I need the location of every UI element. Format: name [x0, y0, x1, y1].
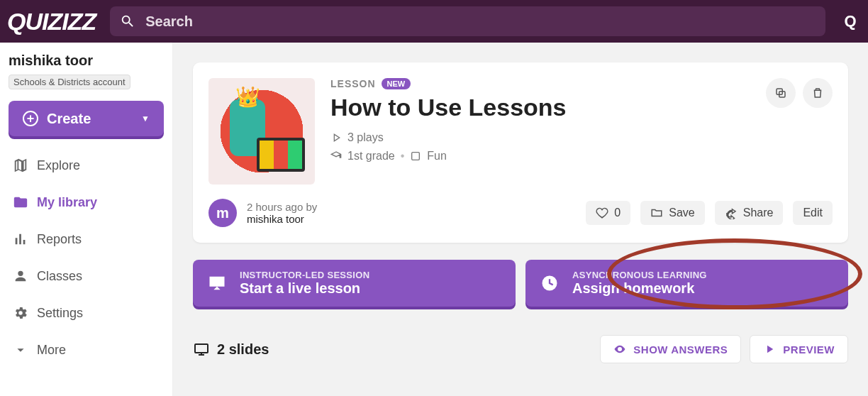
grade-icon	[330, 150, 342, 162]
sidebar-item-explore[interactable]: Explore	[9, 149, 164, 182]
sidebar-item-label: Explore	[37, 158, 80, 173]
trash-icon	[811, 87, 824, 99]
clock-icon	[540, 273, 560, 293]
heart-icon	[596, 207, 608, 219]
folder-open-icon	[13, 194, 28, 210]
chevron-down-icon	[13, 342, 28, 358]
sidebar-item-label: My library	[37, 195, 97, 210]
slides-label: 2 slides	[217, 341, 269, 358]
cta-label: Assign homework	[572, 280, 707, 297]
play-icon	[330, 132, 342, 143]
share-icon	[725, 207, 738, 219]
svg-rect-0	[412, 153, 420, 160]
plays-count: 3 plays	[347, 131, 384, 144]
show-answers-label: SHOW ANSWERS	[633, 343, 728, 356]
people-icon	[13, 268, 28, 284]
lesson-thumbnail: 👑	[208, 78, 315, 185]
cta-sub: INSTRUCTOR-LED SESSION	[240, 270, 369, 280]
sidebar-item-classes[interactable]: Classes	[9, 260, 164, 292]
start-live-lesson-button[interactable]: INSTRUCTOR-LED SESSION Start a live less…	[193, 260, 516, 307]
assign-homework-button[interactable]: ASYNCHRONOUS LEARNING Assign homework	[525, 260, 848, 307]
slides-count: 2 slides	[193, 341, 269, 358]
author-name[interactable]: mishika toor	[247, 213, 317, 225]
slides-icon	[193, 341, 210, 358]
top-bar: QUIZIZZ Q	[0, 0, 868, 43]
preview-button[interactable]: PREVIEW	[750, 335, 848, 363]
new-badge: NEW	[382, 78, 411, 89]
q-badge-icon[interactable]: Q	[840, 11, 861, 32]
eye-icon	[613, 343, 626, 356]
cta-label: Start a live lesson	[240, 280, 369, 297]
main-area: 👑 LESSON NEW How to Use Lessons 3 plays …	[173, 43, 868, 396]
share-label: Share	[743, 207, 774, 219]
copy-icon	[774, 87, 787, 99]
sidebar-item-label: Settings	[37, 306, 83, 321]
show-answers-button[interactable]: SHOW ANSWERS	[600, 335, 741, 363]
chevron-down-icon: ▼	[141, 114, 150, 123]
search-input[interactable]	[145, 13, 816, 30]
svg-rect-4	[195, 344, 208, 353]
sidebar-item-label: More	[37, 343, 66, 358]
chart-icon	[13, 231, 28, 247]
lesson-kicker: LESSON	[330, 78, 376, 89]
account-type-badge: Schools & Districts account	[9, 75, 130, 89]
map-icon	[13, 158, 28, 173]
create-label: Create	[47, 111, 91, 127]
like-button[interactable]: 0	[586, 201, 630, 225]
subject-label: Fun	[427, 150, 447, 163]
play-icon	[763, 343, 776, 356]
lesson-title: How to Use Lessons	[330, 94, 750, 121]
sidebar-item-label: Reports	[37, 232, 82, 247]
brand-logo[interactable]: QUIZIZZ	[7, 8, 96, 35]
sidebar-item-settings[interactable]: Settings	[9, 297, 164, 329]
created-ago: 2 hours ago by	[247, 201, 317, 213]
sidebar-item-more[interactable]: More	[9, 334, 164, 366]
edit-label: Edit	[803, 207, 823, 219]
sidebar-item-label: Classes	[37, 269, 82, 284]
search-field[interactable]	[110, 6, 825, 36]
gear-icon	[13, 305, 28, 321]
user-name: mishika toor	[9, 53, 164, 69]
save-button[interactable]: Save	[640, 201, 704, 225]
share-button[interactable]: Share	[715, 201, 784, 225]
separator-dot: •	[401, 150, 405, 163]
preview-label: PREVIEW	[783, 343, 835, 356]
sidebar-item-reports[interactable]: Reports	[9, 223, 164, 255]
grade-label: 1st grade	[347, 150, 395, 163]
lesson-card: 👑 LESSON NEW How to Use Lessons 3 plays …	[193, 62, 848, 243]
cta-sub: ASYNCHRONOUS LEARNING	[572, 270, 707, 280]
save-label: Save	[669, 207, 694, 219]
sidebar: mishika toor Schools & Districts account…	[0, 43, 173, 396]
plus-icon: +	[23, 111, 38, 126]
folder-icon	[650, 207, 663, 219]
like-count: 0	[614, 207, 621, 219]
presentation-icon	[207, 273, 227, 293]
sidebar-item-my-library[interactable]: My library	[9, 186, 164, 219]
author-avatar[interactable]: m	[208, 199, 237, 227]
delete-button[interactable]	[803, 78, 833, 108]
search-icon	[120, 13, 135, 29]
copy-button[interactable]	[766, 78, 796, 108]
subject-icon	[410, 150, 421, 162]
create-button[interactable]: + Create ▼	[9, 101, 164, 136]
edit-button[interactable]: Edit	[793, 201, 833, 225]
